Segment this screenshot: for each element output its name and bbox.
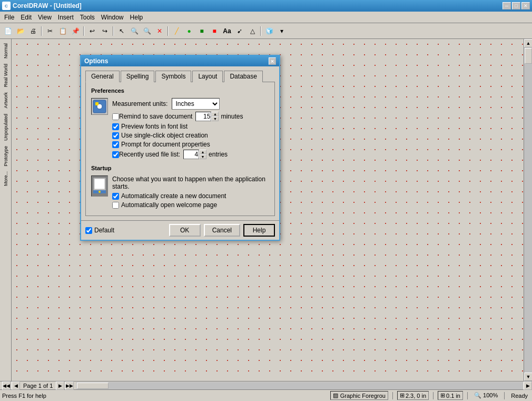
tab-layout[interactable]: Layout: [192, 71, 223, 82]
auto-welcome-row: Automatically open welcome page: [112, 201, 269, 209]
recently-used-input[interactable]: [183, 150, 199, 159]
menu-file[interactable]: File: [1, 13, 17, 22]
status-right: ▨ Graphic Foregrou ⊞ 2.3, 0 in ⊞ 0.1 in …: [330, 391, 530, 400]
dialog-close-btn[interactable]: ×: [269, 57, 276, 65]
right-scrollbar: ▲ ▼: [524, 39, 532, 381]
graphic-section: ▨ Graphic Foregrou: [330, 391, 388, 400]
find-btn[interactable]: 🔍: [141, 25, 153, 37]
tab-database[interactable]: Database: [224, 71, 262, 82]
preferences-header: Measurement units: Inches Centimeters Mi…: [91, 98, 269, 161]
select-btn[interactable]: ↖: [116, 25, 127, 37]
sidebar-item-unpopulated[interactable]: Unpopulated: [2, 112, 9, 143]
minutes-label: minutes: [221, 113, 243, 120]
undo-btn[interactable]: ↩: [86, 25, 98, 37]
curve-btn[interactable]: ╱: [171, 25, 182, 37]
cut-btn[interactable]: ✂: [44, 25, 56, 37]
tab-general[interactable]: General: [85, 71, 120, 82]
menu-edit[interactable]: Edit: [17, 13, 35, 22]
tab-spelling[interactable]: Spelling: [121, 71, 155, 82]
cancel-button[interactable]: Cancel: [204, 224, 240, 237]
ok-button[interactable]: OK: [169, 224, 201, 237]
sidebar-item-artwork[interactable]: Artwork: [2, 90, 9, 111]
menu-insert[interactable]: Insert: [55, 13, 77, 22]
entries-label: entries: [209, 151, 228, 158]
scroll-up-btn[interactable]: ▲: [524, 39, 532, 47]
prev-page-btn[interactable]: ◀: [12, 382, 20, 390]
scroll-down-btn[interactable]: ▼: [524, 373, 532, 381]
scroll-track[interactable]: [524, 47, 532, 373]
hscroll-thumb[interactable]: [77, 383, 109, 389]
menu-help[interactable]: Help: [127, 13, 146, 22]
default-checkbox[interactable]: [85, 227, 92, 234]
remind-save-minutes-input[interactable]: [195, 112, 211, 121]
sidebar-item-prototype[interactable]: Prototype: [2, 144, 9, 169]
menu-window[interactable]: Window: [98, 13, 127, 22]
zoom-icon: 🔍: [474, 392, 481, 398]
preview-fonts-row: Preview fonts in font list: [112, 123, 269, 130]
help-button[interactable]: Help: [243, 224, 275, 237]
measure-icon: ⊞: [440, 392, 445, 399]
tab-content-general: Preferences: [85, 82, 275, 216]
minutes-down-btn[interactable]: ▼: [211, 116, 219, 121]
auto-welcome-checkbox[interactable]: [112, 202, 119, 209]
shape-btn[interactable]: △: [247, 25, 258, 37]
auto-create-checkbox[interactable]: [112, 193, 119, 200]
dialog-footer: Default OK Cancel Help: [81, 220, 279, 240]
red-rect-btn[interactable]: ■: [209, 25, 220, 37]
coordinates: 2.3, 0 in: [406, 393, 426, 399]
preview-fonts-checkbox[interactable]: [112, 123, 119, 130]
arrow-btn[interactable]: ➹: [234, 25, 245, 37]
single-click-checkbox[interactable]: [112, 132, 119, 139]
zoom-btn[interactable]: 🔍: [129, 25, 140, 37]
remind-save-checkbox[interactable]: [112, 113, 119, 120]
prompt-doc-checkbox[interactable]: [112, 141, 119, 148]
toolbar: 📄 📂 🖨 ✂ 📋 📌 ↩ ↪ ↖ 🔍 🔍 ✕ ╱ ● ■ ■ Aa ➹ △ 🧊…: [0, 23, 532, 39]
entries-up-btn[interactable]: ▲: [199, 150, 206, 154]
first-page-btn[interactable]: ◀◀: [2, 382, 11, 390]
next-page-btn[interactable]: ▶: [56, 382, 64, 390]
minutes-up-btn[interactable]: ▲: [211, 112, 219, 116]
hscroll-track[interactable]: [76, 382, 523, 389]
tab-symbols[interactable]: Symbols: [155, 71, 191, 82]
menu-tools[interactable]: Tools: [77, 13, 98, 22]
last-page-btn[interactable]: ▶▶: [65, 382, 74, 390]
preferences-form: Measurement units: Inches Centimeters Mi…: [112, 98, 269, 161]
hscroll-right-btn[interactable]: ▶: [524, 382, 532, 390]
measurement-select[interactable]: Inches Centimeters Millimeters: [172, 98, 220, 110]
startup-desc: Choose what you want to happen when the …: [112, 175, 269, 190]
text-btn[interactable]: Aa: [221, 25, 233, 37]
sidebar-item-realworld[interactable]: Real World: [2, 62, 9, 89]
scroll-thumb[interactable]: [525, 48, 532, 64]
entries-down-btn[interactable]: ▼: [199, 154, 206, 159]
open-btn[interactable]: 📂: [15, 25, 26, 37]
sidebar-item-more[interactable]: More...: [2, 169, 9, 188]
title-bar-controls[interactable]: ─ □ ✕: [503, 2, 530, 9]
rect-btn[interactable]: ■: [196, 25, 208, 37]
minimize-btn[interactable]: ─: [503, 2, 511, 9]
obj-btn[interactable]: 🧊: [263, 25, 275, 37]
recently-used-spinner[interactable]: ▲ ▼: [199, 150, 206, 159]
toolbar-sep-3: [113, 26, 114, 36]
circle-btn[interactable]: ●: [183, 25, 195, 37]
canvas-area[interactable]: Options × General Spelling Symbols Layou…: [12, 39, 524, 381]
toolbar-sep-2: [83, 26, 84, 36]
more-btn[interactable]: ▾: [276, 25, 288, 37]
svg-rect-2: [95, 102, 98, 105]
measurement-value: 0.1 in: [446, 393, 460, 399]
close-btn[interactable]: ✕: [521, 2, 530, 9]
menu-view[interactable]: View: [35, 13, 55, 22]
recently-used-row: Recently used file list: ▲ ▼ entries: [112, 150, 269, 159]
new-btn[interactable]: 📄: [2, 25, 14, 37]
options-dialog: Options × General Spelling Symbols Layou…: [80, 55, 280, 241]
maximize-btn[interactable]: □: [512, 2, 520, 9]
remind-save-spinner[interactable]: ▲ ▼: [211, 112, 219, 121]
bottom-bar: ◀◀ ◀ Page 1 of 1 ▶ ▶▶ ▶: [0, 381, 532, 389]
print-btn[interactable]: 🖨: [27, 25, 39, 37]
recently-used-checkbox[interactable]: [112, 151, 119, 158]
menu-bar: File Edit View Insert Tools Window Help: [0, 12, 532, 23]
cancel-btn[interactable]: ✕: [154, 25, 165, 37]
paste-btn[interactable]: 📌: [70, 25, 81, 37]
copy-btn[interactable]: 📋: [57, 25, 68, 37]
sidebar-item-normal[interactable]: Normal: [2, 41, 9, 61]
redo-btn[interactable]: ↪: [99, 25, 111, 37]
